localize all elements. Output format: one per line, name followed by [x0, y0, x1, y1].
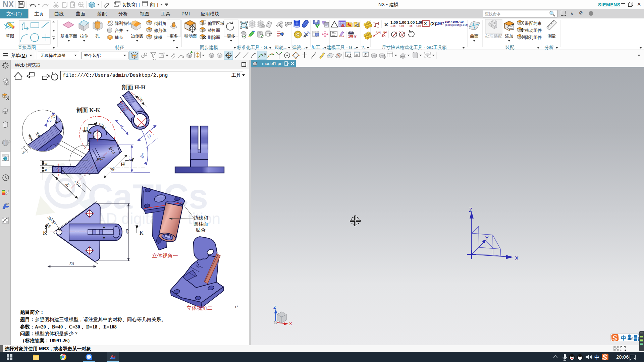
svg-text:剖面 K-K: 剖面 K-K [76, 107, 100, 113]
svg-text:SS: SS [629, 337, 634, 341]
svg-text:90°: 90° [96, 157, 103, 163]
svg-text:边倒圆: 边倒圆 [131, 34, 144, 39]
svg-text:X: X [515, 255, 519, 261]
svg-text:+.05: +.05 [399, 24, 404, 27]
svg-text:60: 60 [125, 229, 130, 234]
svg-text:1.00: 1.00 [416, 20, 423, 24]
svg-text:删除面: 删除面 [208, 35, 220, 40]
svg-text:添加: 添加 [505, 34, 514, 39]
svg-text:1.00: 1.00 [399, 20, 406, 24]
svg-text:1.00: 1.00 [390, 20, 398, 24]
svg-text:题目简介：: 题目简介： [20, 309, 45, 315]
svg-text:X: X [424, 21, 427, 26]
svg-text:倒斜角: 倒斜角 [154, 21, 167, 26]
svg-text:圆柱面: 圆柱面 [194, 221, 208, 227]
svg-text:分析: 分析 [545, 45, 554, 50]
svg-text:替换面: 替换面 [208, 28, 220, 33]
svg-text:R0: R0 [383, 31, 387, 34]
svg-text:移动面: 移动面 [184, 34, 197, 39]
svg-text:10: 10 [460, 20, 464, 23]
svg-text:特征: 特征 [115, 45, 124, 50]
svg-text:R[0]: R[0] [376, 31, 381, 34]
svg-text:移动组件: 移动组件 [525, 28, 542, 33]
svg-text:中: 中 [621, 335, 626, 341]
svg-text:处理装配: 处理装配 [485, 34, 502, 39]
svg-text:6: 6 [43, 169, 48, 171]
svg-text:曲面: 曲面 [470, 34, 479, 39]
svg-text:[8.015]: [8.015] [460, 23, 468, 26]
svg-text:草图: 草图 [6, 34, 14, 39]
svg-text:3: 3 [21, 150, 25, 155]
svg-text:装配约束: 装配约束 [525, 21, 542, 26]
svg-text:E°: E° [46, 119, 51, 124]
svg-text:8: 8 [43, 163, 48, 165]
svg-text:Y: Y [485, 235, 489, 241]
svg-text:阵列组件: 阵列组件 [525, 35, 542, 40]
svg-text:↵: ↵ [235, 304, 238, 309]
svg-text:题目：参照图构建三维模型，请注意其中的对称、同心等几何关系。: 题目：参照图构建三维模型，请注意其中的对称、同心等几何关系。 [20, 317, 166, 322]
svg-text:齿轮...: 齿轮... [275, 45, 287, 50]
svg-text:边线和: 边线和 [194, 215, 208, 221]
svg-text:+.00: +.00 [416, 24, 421, 27]
svg-text:贴合: 贴合 [196, 227, 206, 233]
svg-text:(X): (X) [430, 21, 436, 26]
svg-text:Ø8: Ø8 [137, 95, 144, 103]
svg-text:10H7: 10H7 [348, 34, 357, 38]
svg-text:（标准答案：18991.26）: （标准答案：18991.26） [20, 338, 72, 343]
svg-text:立体视角一: 立体视角一 [152, 253, 178, 258]
svg-text:更多: 更多 [227, 34, 235, 39]
svg-text:拔模: 拔模 [154, 35, 162, 40]
svg-text:28: 28 [110, 166, 116, 172]
svg-text:孔: 孔 [95, 34, 100, 39]
svg-text:测量: 测量 [548, 34, 556, 39]
svg-text:尺寸快速格式化工具 - GC工具箱: 尺寸快速格式化工具 - GC工具箱 [382, 45, 447, 50]
svg-text:?..: ?.. [361, 45, 366, 50]
svg-text:中: 中 [594, 354, 600, 360]
svg-text:弹簧...: 弹簧... [292, 45, 305, 50]
svg-text:加工...: 加工... [311, 45, 324, 50]
svg-text:[8.015]: [8.015] [452, 23, 460, 26]
svg-text:C: C [127, 156, 133, 161]
svg-text:K: K [43, 230, 47, 236]
svg-text:[8.015]: [8.015] [445, 23, 452, 26]
svg-text:抽壳: 抽壳 [114, 35, 123, 40]
svg-text:Y: Y [280, 315, 282, 319]
svg-text:直接草图: 直接草图 [18, 45, 36, 50]
svg-text:切换窗口: 切换窗口 [122, 2, 140, 7]
svg-text:D: D [146, 133, 152, 139]
svg-text:标准化工具 - G...: 标准化工具 - G... [236, 45, 271, 50]
svg-text:装配: 装配 [505, 45, 515, 50]
svg-text:参数：A=20， B=40， C=30， D=18， E=1: 参数：A=20， B=40， C=30， D=18， E=108 [20, 324, 117, 329]
svg-text:H: H [121, 161, 125, 168]
svg-text:50: 50 [69, 261, 74, 266]
svg-text:阵列特征: 阵列特征 [115, 21, 132, 26]
svg-text:10H7: 10H7 [445, 20, 452, 23]
svg-text:拉伸: 拉伸 [80, 34, 89, 39]
svg-text:Z: Z [273, 305, 276, 310]
svg-text:偏置区域: 偏置区域 [208, 21, 225, 26]
svg-text:更多: 更多 [170, 34, 178, 39]
svg-text:修剪体: 修剪体 [154, 28, 167, 33]
svg-text:剖面 H-H: 剖面 H-H [121, 84, 145, 90]
svg-text:K: K [140, 230, 144, 236]
svg-text:✕: ✕ [384, 22, 388, 27]
svg-text:i: i [4, 140, 6, 145]
svg-text:合并: 合并 [114, 28, 123, 33]
svg-text:立体视角二: 立体视角二 [186, 305, 213, 311]
svg-text:B°: B° [139, 152, 146, 159]
svg-text:问题：模型的体积是多少？: 问题：模型的体积是多少？ [20, 331, 78, 336]
svg-text:Z: Z [469, 207, 472, 213]
svg-text:+.05: +.05 [407, 24, 413, 27]
svg-text:1.00: 1.00 [407, 20, 415, 24]
svg-text:X: X [289, 321, 292, 326]
svg-text:建模工具 - G...: 建模工具 - G... [326, 45, 356, 50]
svg-text:基准平面: 基准平面 [60, 34, 77, 39]
svg-text:同步建模: 同步建模 [200, 45, 218, 50]
svg-text:±.05: ±.05 [390, 24, 396, 27]
svg-text:窗口: 窗口 [150, 2, 159, 7]
svg-text:20:06: 20:06 [616, 354, 629, 360]
svg-text:10H7: 10H7 [452, 20, 460, 23]
svg-text:10H7: 10H7 [436, 22, 444, 25]
